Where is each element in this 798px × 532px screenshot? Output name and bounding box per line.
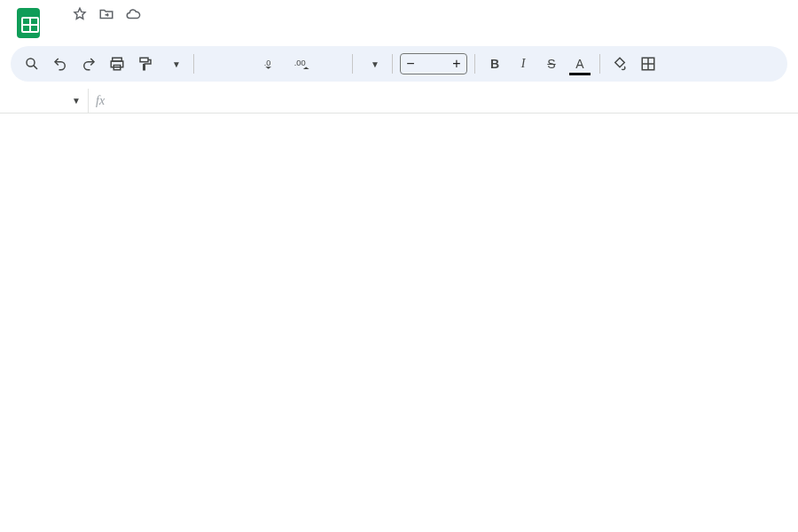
fill-color-button[interactable] [607,51,632,76]
increase-font-icon[interactable]: + [447,57,466,71]
bold-button[interactable]: B [482,51,507,76]
chevron-down-icon: ▼ [371,59,379,69]
decrease-decimal-icon[interactable]: .0 [258,51,285,76]
borders-button[interactable] [636,51,661,76]
percent-button[interactable] [230,51,254,76]
chevron-down-icon: ▼ [172,59,181,69]
increase-decimal-icon[interactable]: .00 [288,51,317,76]
undo-icon[interactable] [48,51,73,76]
search-menus-icon[interactable] [20,51,44,76]
paint-format-icon[interactable] [133,51,158,76]
move-folder-icon[interactable] [98,5,115,23]
print-icon[interactable] [105,51,129,76]
strikethrough-button[interactable]: S [539,51,564,76]
fx-icon: fx [89,94,112,108]
star-icon[interactable] [71,5,89,23]
svg-point-0 [27,59,35,66]
name-box[interactable]: ▼ [0,89,89,113]
toolbar: ▼ .0 .00 ▼ − + B I S A [11,46,787,82]
sheets-logo[interactable] [11,5,46,41]
svg-text:.00: .00 [294,59,306,67]
currency-button[interactable] [201,51,226,76]
svg-text:.0: .0 [264,59,271,67]
zoom-dropdown[interactable]: ▼ [161,51,186,76]
svg-rect-2 [111,61,123,67]
font-dropdown[interactable]: ▼ [360,51,385,76]
italic-button[interactable]: I [511,51,536,76]
decrease-font-icon[interactable]: − [401,57,420,71]
document-title[interactable] [55,13,62,15]
chevron-down-icon: ▼ [72,96,81,106]
more-formats-button[interactable] [320,51,345,76]
redo-icon[interactable] [76,51,101,76]
font-size-stepper[interactable]: − + [400,53,467,74]
svg-rect-4 [140,58,148,62]
text-color-button[interactable]: A [567,51,592,76]
cloud-status-icon[interactable] [124,5,142,23]
